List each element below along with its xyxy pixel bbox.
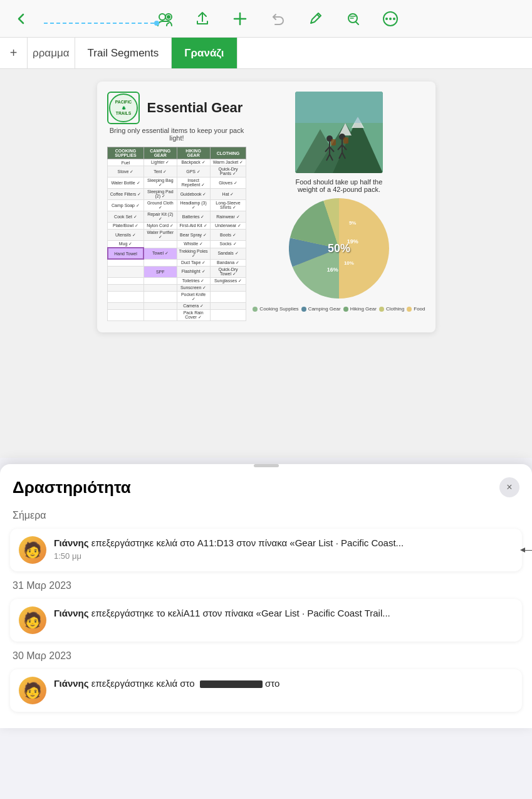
- table-cell-r11-c1: SPF: [143, 266, 177, 277]
- table-cell-r7-c1: Water Purifier ✓: [143, 230, 177, 241]
- table-cell-r3-c1: Sleeping Pad (2) ✓: [143, 189, 177, 200]
- svg-rect-20: [295, 92, 383, 123]
- svg-text:TRAILS: TRAILS: [115, 111, 131, 115]
- panel-title: Δραστηριότητα: [13, 478, 131, 497]
- table-cell-r12-c0: [108, 277, 144, 284]
- table-cell-r5-c1: Repair Kit (2) ✓: [143, 211, 177, 223]
- drag-handle[interactable]: [254, 464, 279, 467]
- table-cell-r8-c0: Mug ✓: [108, 241, 144, 248]
- table-cell-r10-c3: Bandana ✓: [210, 259, 246, 266]
- table-cell-r12-c1: [143, 277, 177, 284]
- section-date-today: Σήμερα: [0, 505, 532, 525]
- table-cell-r14-c0: [108, 291, 144, 302]
- svg-point-2: [167, 15, 170, 19]
- add-tab-button[interactable]: +: [0, 38, 28, 68]
- table-cell-r7-c0: Utensils ✓: [108, 230, 144, 241]
- svg-point-5: [389, 18, 392, 20]
- table-cell-r2-c3: Gloves ✓: [210, 177, 246, 189]
- table-cell-r8-c2: Whistle ✓: [177, 241, 210, 248]
- table-cell-r9-c0: Hand Towel: [108, 248, 144, 259]
- table-cell-r5-c3: Rainwear ✓: [210, 211, 246, 223]
- table-cell-r4-c0: Camp Soap ✓: [108, 200, 144, 211]
- table-cell-r0-c3: Warm Jacket ✓: [210, 159, 246, 166]
- table-cell-r13-c1: [143, 284, 177, 291]
- table-cell-r10-c2: Duct Tape ✓: [177, 259, 210, 266]
- table-cell-r9-c2: Trekking Poles ✓: [177, 248, 210, 259]
- table-cell-r2-c0: Water Bottle ✓: [108, 177, 144, 189]
- table-cell-r1-c1: Tent ✓: [143, 166, 177, 177]
- table-cell-r0-c1: Lighter ✓: [143, 159, 177, 166]
- table-cell-r6-c2: First-Aid Kit ✓: [177, 223, 210, 230]
- table-cell-r16-c1: [143, 309, 177, 320]
- activity-text-0: Γιάννης επεξεργάστηκε κελιά στο A11:D13 …: [54, 536, 404, 549]
- undo-icon[interactable]: [266, 8, 289, 30]
- food-weight-text: Food should take up half the weight of a…: [292, 178, 386, 193]
- table-cell-r12-c3: Sunglasses ✓: [210, 277, 246, 284]
- activity-panel: Δραστηριότητα × Σήμερα 🧑 Γιάννης επεξεργ…: [0, 464, 532, 728]
- table-cell-r7-c3: Boots ✓: [210, 230, 246, 241]
- gear-table: COOKING SUPPLIES CAMPING GEAR HIKING GEA…: [107, 147, 247, 321]
- table-cell-r5-c0: Cook Set ✓: [108, 211, 144, 223]
- avatar-2: 🧑: [19, 677, 46, 704]
- table-cell-r15-c2: Camera ✓: [177, 302, 210, 309]
- col-header-camping: CAMPING GEAR: [143, 147, 177, 159]
- table-cell-r2-c2: Insect Repellent ✓: [177, 177, 210, 189]
- share-icon[interactable]: [191, 8, 214, 30]
- table-cell-r8-c1: [143, 241, 177, 248]
- table-cell-r11-c2: Flashlight ✓: [177, 266, 210, 277]
- pie-chart: 50% 5% 19% 10% 16%: [289, 198, 389, 299]
- table-cell-r12-c2: Toiletries ✓: [177, 277, 210, 284]
- tab-programma[interactable]: ρραμμα: [28, 38, 75, 68]
- section-date-1: 31 Μαρ 2023: [0, 575, 532, 595]
- section-date-2: 30 Μαρ 2023: [0, 645, 532, 665]
- svg-text:🌲: 🌲: [121, 105, 126, 110]
- table-cell-r0-c2: Backpack ✓: [177, 159, 210, 166]
- tab-trail-segments[interactable]: Trail Segments: [75, 38, 172, 68]
- table-cell-r10-c0: [108, 259, 144, 266]
- table-cell-r4-c2: Headlamp (3) ✓: [177, 200, 210, 211]
- annotate-icon[interactable]: [304, 8, 326, 30]
- activity-item-0[interactable]: 🧑 Γιάννης επεξεργάστηκε κελιά στο A11:D1…: [10, 529, 522, 571]
- search-icon[interactable]: [342, 8, 364, 30]
- table-cell-r16-c0: [108, 309, 144, 320]
- table-cell-r4-c3: Long-Sleeve Shirts ✓: [210, 200, 246, 211]
- activity-text-2: Γιάννης επεξεργάστηκε κελιά στο στο: [54, 677, 279, 690]
- table-cell-r14-c1: [143, 291, 177, 302]
- table-cell-r3-c3: Hat ✓: [210, 189, 246, 200]
- close-button[interactable]: ×: [499, 477, 519, 497]
- activity-text-1: Γιάννης επεξεργάστηκε το κελίA11 στον πί…: [54, 606, 390, 620]
- activity-item-1[interactable]: 🧑 Γιάννης επεξεργάστηκε το κελίA11 στον …: [10, 599, 522, 642]
- table-cell-r16-c2: Pack Rain Cover ✓: [177, 309, 210, 320]
- table-cell-r11-c3: Quick-Dry Towel ✓: [210, 266, 246, 277]
- table-cell-r0-c0: Fuel: [108, 159, 144, 166]
- table-cell-r1-c0: Stove ✓: [108, 166, 144, 177]
- avatar-1: 🧑: [19, 606, 46, 634]
- card-logo: PACIFIC 🌲 TRAILS: [107, 92, 140, 124]
- table-cell-r16-c3: [210, 309, 246, 320]
- add-icon[interactable]: [229, 8, 251, 30]
- svg-point-0: [159, 14, 165, 20]
- table-cell-r15-c0: [108, 302, 144, 309]
- back-button[interactable]: [10, 8, 33, 30]
- svg-point-4: [385, 18, 388, 20]
- collaborate-icon[interactable]: [154, 8, 176, 30]
- table-cell-r14-c2: Pocket Knife ✓: [177, 291, 210, 302]
- table-cell-r6-c3: Underwear ✓: [210, 223, 246, 230]
- svg-point-13: [154, 21, 159, 26]
- card-header: PACIFIC 🌲 TRAILS Essential Gear: [107, 92, 247, 124]
- more-icon[interactable]: [379, 8, 402, 30]
- tab-granazi[interactable]: Γρανάζι: [172, 38, 237, 68]
- activity-item-2[interactable]: 🧑 Γιάννης επεξεργάστηκε κελιά στο στο: [10, 669, 522, 712]
- table-cell-r4-c1: Ground Cloth ✓: [143, 200, 177, 211]
- table-cell-r1-c2: GPS ✓: [177, 166, 210, 177]
- table-cell-r14-c3: [210, 291, 246, 302]
- card-image: [295, 92, 383, 173]
- activity-time-0: 1:50 μμ: [54, 551, 404, 561]
- table-cell-r6-c1: Nylon Cord ✓: [143, 223, 177, 230]
- table-cell-r13-c0: [108, 284, 144, 291]
- table-cell-r8-c3: Socks ✓: [210, 241, 246, 248]
- card-title: Essential Gear: [147, 100, 243, 116]
- avatar-0: 🧑: [19, 536, 46, 564]
- col-header-hiking: HIKING GEAR: [177, 147, 210, 159]
- svg-text:PACIFIC: PACIFIC: [115, 100, 132, 104]
